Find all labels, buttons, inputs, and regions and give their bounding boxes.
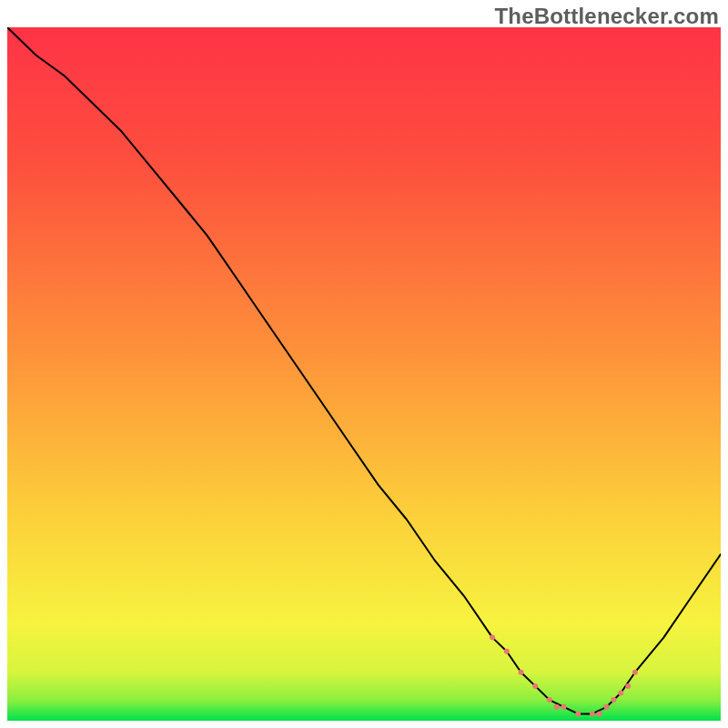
optimal-band-marker-dot (590, 711, 595, 716)
plot-area (7, 27, 721, 721)
chart-canvas: TheBottlenecker.com (0, 0, 728, 728)
optimal-band-marker-dot (625, 683, 631, 689)
optimal-band-marker-dot (519, 670, 524, 675)
optimal-band-marker-dot (618, 691, 623, 696)
optimal-band-marker-dot (604, 704, 610, 710)
gradient-background (7, 27, 721, 721)
optimal-band-marker-dot (504, 649, 510, 654)
optimal-band-marker-dot (611, 697, 616, 703)
optimal-band-marker-dot (532, 683, 538, 689)
optimal-band-marker-dot (554, 704, 560, 710)
optimal-band-marker-dot (597, 711, 602, 716)
optimal-band-marker-dot (490, 635, 495, 641)
optimal-band-marker-dot (561, 704, 567, 710)
watermark-label: TheBottlenecker.com (494, 4, 719, 29)
bottleneck-chart (7, 27, 721, 721)
optimal-band-marker-dot (547, 697, 552, 703)
optimal-band-marker-dot (575, 711, 581, 716)
optimal-band-marker-dot (632, 670, 638, 675)
